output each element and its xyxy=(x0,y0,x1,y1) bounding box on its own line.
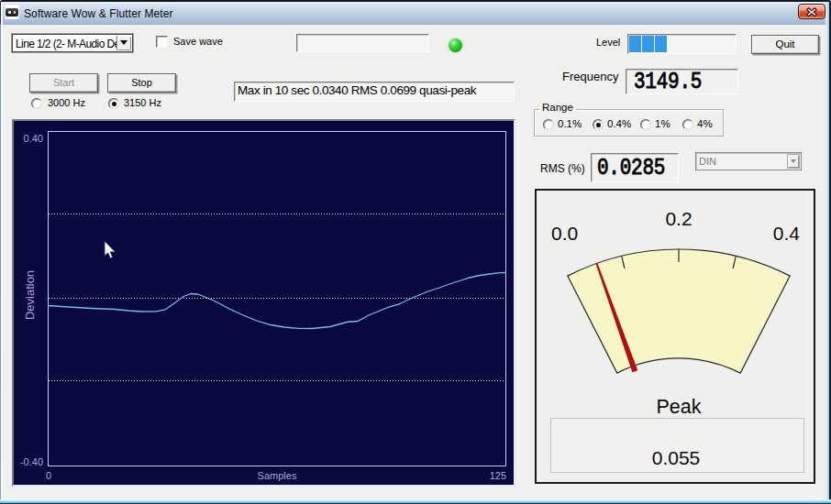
svg-text:Peak: Peak xyxy=(656,396,701,418)
svg-text:0: 0 xyxy=(46,470,51,481)
svg-text:Samples: Samples xyxy=(258,470,297,481)
svg-text:0.0: 0.0 xyxy=(551,223,578,244)
svg-text:0.40: 0.40 xyxy=(24,133,43,144)
svg-text:0.2: 0.2 xyxy=(665,208,692,229)
svg-text:-0.40: -0.40 xyxy=(20,456,43,467)
svg-text:Deviation: Deviation xyxy=(23,270,37,320)
svg-text:125: 125 xyxy=(490,470,506,481)
svg-text:0.4: 0.4 xyxy=(773,223,801,244)
